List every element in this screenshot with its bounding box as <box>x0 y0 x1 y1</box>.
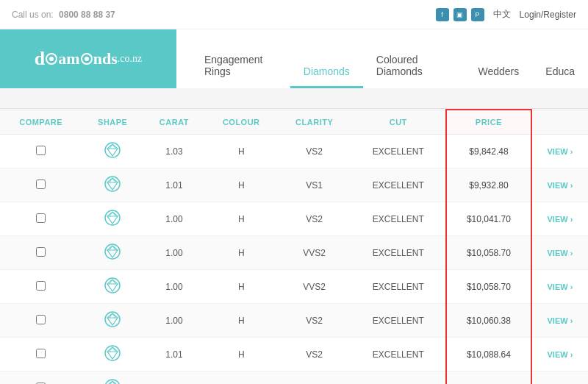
nav-coloured-diamonds[interactable]: Coloured Diamonds <box>363 29 465 88</box>
svg-marker-16 <box>107 246 118 257</box>
phone-info: Call us on: 0800 88 88 37 <box>12 10 115 20</box>
nav-engagement-rings[interactable]: Engagement Rings <box>191 29 290 88</box>
table-header-row: COMPARE SHAPE CARAT COLOUR CLARITY CUT P… <box>0 110 588 135</box>
carat-cell: 1.00 <box>143 236 205 270</box>
table-row: 1.00HVS2EXCELLENT$10,060.38VIEW › <box>0 304 588 338</box>
language-selector[interactable]: 中文 <box>493 8 511 21</box>
svg-point-35 <box>105 380 120 384</box>
logo-diamond-circle <box>46 53 57 65</box>
col-clarity: CLARITY <box>278 110 351 135</box>
compare-checkbox[interactable] <box>36 315 46 324</box>
shape-cell <box>82 270 143 304</box>
shape-cell <box>82 135 143 168</box>
table-row: 1.01HVS1EXCELLENT$9,932.80VIEW › <box>0 168 588 202</box>
svg-marker-11 <box>107 212 118 224</box>
view-link[interactable]: VIEW › <box>548 181 573 190</box>
facebook-icon[interactable]: f <box>436 8 449 21</box>
clarity-cell: VS2 <box>278 135 351 168</box>
table-row: 1.00HVVS2EXCELLENT$10,058.70VIEW › <box>0 270 588 304</box>
view-link[interactable]: VIEW › <box>548 249 573 257</box>
col-shape: SHAPE <box>82 110 143 135</box>
svg-marker-6 <box>107 178 118 190</box>
logo[interactable]: d am nds .co.nz <box>35 48 142 70</box>
view-link[interactable]: VIEW › <box>548 147 573 156</box>
clarity-cell: VVS2 <box>278 371 351 385</box>
carat-cell: 1.00 <box>143 270 205 304</box>
phone-number: 0800 88 88 37 <box>59 10 115 20</box>
carat-cell: 1.01 <box>143 168 205 202</box>
login-register-button[interactable]: Login/Register <box>520 10 576 20</box>
svg-marker-31 <box>107 347 118 359</box>
colour-cell: H <box>205 371 278 385</box>
view-link[interactable]: VIEW › <box>548 282 573 291</box>
compare-checkbox[interactable] <box>36 349 46 358</box>
table-row: 1.00HVS2EXCELLENT$10,041.70VIEW › <box>0 202 588 236</box>
table-row: 1.01HVS2EXCELLENT$10,088.64VIEW › <box>0 338 588 371</box>
shape-cell <box>82 371 143 385</box>
compare-checkbox[interactable] <box>36 281 46 291</box>
clarity-cell: VVS2 <box>278 270 351 304</box>
price-cell: $10,060.38 <box>446 304 531 338</box>
view-link[interactable]: VIEW › <box>548 215 573 224</box>
shape-cell <box>82 236 143 270</box>
diamond-shape-icon <box>104 378 121 384</box>
logo-domain: .co.nz <box>118 53 142 65</box>
pinterest-icon[interactable]: P <box>471 8 484 21</box>
nav-diamonds[interactable]: Diamonds <box>290 29 363 88</box>
nav-items: Engagement Rings Diamonds Coloured Diamo… <box>191 29 588 88</box>
logo-area: d am nds .co.nz <box>0 29 176 88</box>
header: d am nds .co.nz Engagement Rings Diamond… <box>0 29 588 88</box>
view-link[interactable]: VIEW › <box>548 350 573 359</box>
diamond-shape-icon <box>104 141 121 159</box>
nav-wedders[interactable]: Wedders <box>465 29 533 88</box>
diamond-shape-icon <box>104 209 121 227</box>
compare-checkbox[interactable] <box>36 247 46 257</box>
diamond-shape-icon <box>104 277 121 294</box>
diamond-shape-icon <box>104 175 121 193</box>
compare-checkbox[interactable] <box>36 146 46 155</box>
cut-cell: EXCELLENT <box>351 135 446 168</box>
compare-checkbox[interactable] <box>36 179 46 189</box>
cut-cell: EXCELLENT <box>351 236 446 270</box>
price-cell: $10,088.64 <box>446 338 531 371</box>
logo-text-iamonds: am <box>58 49 79 68</box>
nav-area: Engagement Rings Diamonds Coloured Diamo… <box>176 29 588 88</box>
carat-cell: 1.00 <box>143 371 205 385</box>
cut-cell: EXCELLENT <box>351 304 446 338</box>
carat-cell: 1.01 <box>143 338 205 371</box>
cut-cell: EXCELLENT <box>351 270 446 304</box>
instagram-icon[interactable]: ▣ <box>453 8 467 21</box>
carat-cell: 1.00 <box>143 202 205 236</box>
svg-marker-26 <box>107 313 118 325</box>
colour-cell: H <box>205 202 278 236</box>
view-link[interactable]: VIEW › <box>548 316 573 325</box>
price-cell: $10,041.70 <box>446 202 531 236</box>
diamond-shape-icon <box>104 243 121 260</box>
call-label: Call us on: <box>12 10 54 20</box>
nav-education[interactable]: Educa <box>532 29 588 88</box>
compare-checkbox[interactable] <box>36 213 46 223</box>
col-carat: CARAT <box>143 110 205 135</box>
cut-cell: EXCELLENT <box>351 338 446 371</box>
colour-cell: H <box>205 135 278 168</box>
price-cell: $9,932.80 <box>446 168 531 202</box>
col-compare: COMPARE <box>0 110 82 135</box>
shape-cell <box>82 304 143 338</box>
shape-cell <box>82 168 143 202</box>
cut-cell: EXCELLENT <box>351 371 446 385</box>
col-view <box>531 110 588 135</box>
carat-cell: 1.03 <box>143 135 205 168</box>
colour-cell: H <box>205 270 278 304</box>
carat-cell: 1.00 <box>143 304 205 338</box>
logo-text-nds: nds <box>93 49 118 68</box>
clarity-cell: VVS2 <box>278 236 351 270</box>
sub-header <box>0 88 588 109</box>
cut-cell: EXCELLENT <box>351 168 446 202</box>
table-row: 1.00HVVS2EXCELLENT$10,109.21VIEW › <box>0 371 588 385</box>
top-bar-right: f ▣ P 中文 Login/Register <box>436 8 576 21</box>
clarity-cell: VS2 <box>278 202 351 236</box>
social-icons: f ▣ P <box>436 8 484 21</box>
cut-cell: EXCELLENT <box>351 202 446 236</box>
shape-cell <box>82 338 143 371</box>
svg-marker-1 <box>107 144 118 156</box>
